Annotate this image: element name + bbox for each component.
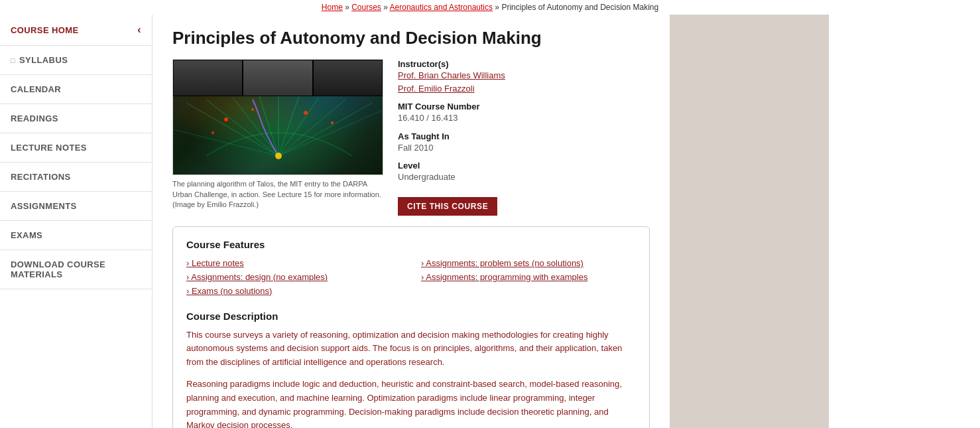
svg-point-15 <box>212 131 214 134</box>
svg-point-14 <box>331 121 334 124</box>
breadcrumb-home[interactable]: Home <box>322 3 343 12</box>
instructors-label: Instructor(s) <box>398 59 650 69</box>
instructors-section: Instructor(s) Prof. Brian Charles Willia… <box>398 59 650 95</box>
arrow-icon: ‹ <box>137 24 141 36</box>
feature-assignments-problem-sets[interactable]: Assignments: problem sets (no solutions) <box>421 258 636 268</box>
course-number-label: MIT Course Number <box>398 102 650 111</box>
breadcrumb-sep2: » <box>383 3 389 12</box>
svg-point-11 <box>224 117 228 121</box>
feature-assignments-programming[interactable]: Assignments: programming with examples <box>421 272 636 282</box>
as-taught-section: As Taught In Fall 2010 <box>398 131 650 155</box>
features-grid: Lecture notes Assignments: design (no ex… <box>186 258 636 300</box>
page-title: Principles of Autonomy and Decision Maki… <box>172 28 650 48</box>
page-wrapper: Home » Courses » Aeronautics and Astrona… <box>0 0 980 428</box>
course-number-section: MIT Course Number 16.410 / 16.413 <box>398 102 650 125</box>
instructor1: Prof. Brian Charles Williams <box>398 69 650 82</box>
breadcrumb-sep1: » <box>345 3 351 12</box>
course-top: The planning algorithm of Talos, the MIT… <box>172 59 650 216</box>
as-taught-label: As Taught In <box>398 131 650 141</box>
features-title: Course Features <box>186 239 636 250</box>
sidebar-item-label-lecture-notes: LECTURE NOTES <box>11 143 87 153</box>
thumbnail-3 <box>313 60 383 96</box>
breadcrumb-courses[interactable]: Courses <box>351 3 381 12</box>
sidebar: COURSE HOME ‹ □ SYLLABUS CALENDAR READIN… <box>0 15 153 428</box>
feature-assignments-design[interactable]: Assignments: design (no examples) <box>186 272 401 282</box>
sidebar-item-readings[interactable]: READINGS <box>0 104 152 133</box>
features-col-1: Lecture notes Assignments: design (no ex… <box>186 258 401 300</box>
thumbnail-2 <box>243 60 312 96</box>
features-box: Course Features Lecture notes Assignment… <box>172 226 650 428</box>
cite-button[interactable]: CITE THIS COURSE <box>398 197 497 216</box>
sidebar-item-label-course-home: COURSE HOME <box>11 25 79 35</box>
expand-icon: □ <box>11 56 15 64</box>
level-label: Level <box>398 161 650 171</box>
sidebar-item-label-calendar: CALENDAR <box>11 84 61 94</box>
sidebar-item-lecture-notes[interactable]: LECTURE NOTES <box>0 133 152 163</box>
course-image <box>172 59 383 175</box>
content-area: Principles of Autonomy and Decision Maki… <box>153 15 670 428</box>
sidebar-item-syllabus[interactable]: □ SYLLABUS <box>0 46 152 75</box>
svg-line-3 <box>259 96 278 156</box>
image-thumbnails <box>173 60 383 96</box>
svg-point-12 <box>251 108 254 111</box>
instructor2-link[interactable]: Prof. Emilio Frazzoli <box>398 84 475 94</box>
image-caption: The planning algorithm of Talos, the MIT… <box>172 179 383 210</box>
svg-line-9 <box>278 109 383 156</box>
lidar-visualization <box>173 96 383 175</box>
svg-point-16 <box>275 153 282 159</box>
right-sidebar <box>670 15 829 428</box>
sidebar-item-assignments[interactable]: ASSIGNMENTS <box>0 192 152 221</box>
breadcrumb-sep3: » <box>495 3 501 12</box>
svg-line-7 <box>278 100 345 156</box>
svg-point-13 <box>304 111 308 115</box>
course-image-block: The planning algorithm of Talos, the MIT… <box>172 59 385 216</box>
feature-lecture-notes[interactable]: Lecture notes <box>186 258 401 268</box>
main-layout: COURSE HOME ‹ □ SYLLABUS CALENDAR READIN… <box>0 15 980 428</box>
course-number-value: 16.410 / 16.413 <box>398 111 650 125</box>
instructor2: Prof. Emilio Frazzoli <box>398 82 650 96</box>
level-section: Level Undergraduate <box>398 161 650 184</box>
sidebar-item-recitations[interactable]: RECITATIONS <box>0 163 152 192</box>
instructor1-link[interactable]: Prof. Brian Charles Williams <box>398 70 505 80</box>
description-paragraph2: Reasoning paradigms include logic and de… <box>186 378 636 428</box>
svg-line-10 <box>173 129 278 156</box>
thumbnail-1 <box>173 60 243 96</box>
breadcrumb: Home » Courses » Aeronautics and Astrona… <box>0 0 980 15</box>
breadcrumb-dept[interactable]: Aeronautics and Astronautics <box>390 3 493 12</box>
svg-line-8 <box>278 103 372 156</box>
sidebar-item-label-recitations: RECITATIONS <box>11 172 70 182</box>
description-paragraph1: This course surveys a variety of reasoni… <box>186 328 636 370</box>
sidebar-item-label-download: DOWNLOAD COURSE MATERIALS <box>11 259 141 279</box>
sidebar-item-label-assignments: ASSIGNMENTS <box>11 201 77 211</box>
sidebar-item-label-readings: READINGS <box>11 113 58 123</box>
sidebar-item-label-syllabus: SYLLABUS <box>19 55 68 65</box>
sidebar-item-exams[interactable]: EXAMS <box>0 221 152 250</box>
sidebar-item-download[interactable]: DOWNLOAD COURSE MATERIALS <box>0 250 152 289</box>
sidebar-item-label-exams: EXAMS <box>11 230 42 240</box>
description-title: Course Description <box>186 311 636 322</box>
svg-line-5 <box>278 96 299 156</box>
level-value: Undergraduate <box>398 171 650 184</box>
course-meta: Instructor(s) Prof. Brian Charles Willia… <box>398 59 650 216</box>
sidebar-item-calendar[interactable]: CALENDAR <box>0 75 152 104</box>
feature-exams[interactable]: Exams (no solutions) <box>186 286 401 296</box>
breadcrumb-current: Principles of Autonomy and Decision Maki… <box>501 3 658 12</box>
sidebar-item-course-home[interactable]: COURSE HOME ‹ <box>0 15 152 46</box>
svg-line-1 <box>206 100 278 156</box>
lidar-svg <box>173 96 383 175</box>
as-taught-value: Fall 2010 <box>398 141 650 155</box>
features-col-2: Assignments: problem sets (no solutions)… <box>421 258 636 300</box>
